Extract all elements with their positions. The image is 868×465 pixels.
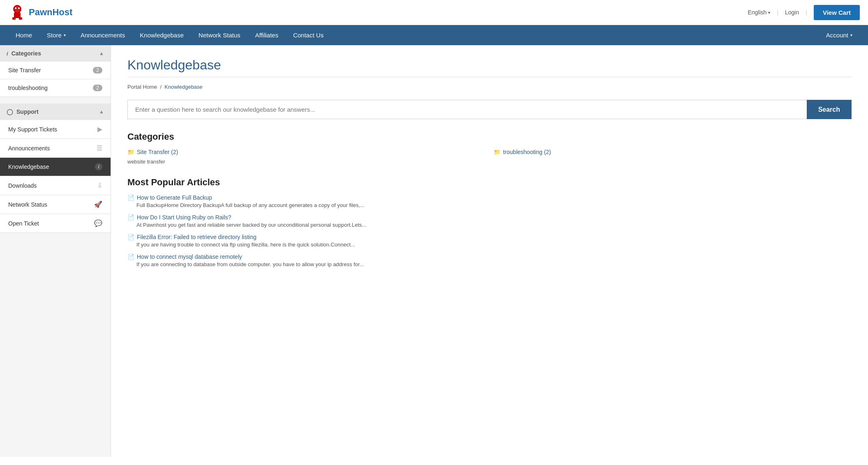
svg-point-6 [18,7,20,9]
categories-grid: 📁 Site Transfer (2) 📁 troubleshooting (2… [127,149,852,155]
sidebar-support-header: ◯ Support ▲ [0,104,111,120]
sidebar-category-troubleshooting[interactable]: troubleshooting 2 [0,79,111,97]
sidebar-categories-header: i Categories ▲ [0,45,111,62]
article-item-0: 📄 How to Generate Full Backup Full Backu… [127,194,852,208]
nav-affiliates[interactable]: Affiliates [248,25,286,45]
nav-contact-us[interactable]: Contact Us [286,25,331,45]
website-transfer-text: website transfer [127,159,852,165]
network-icon: 🚀 [94,200,102,208]
nav-announcements[interactable]: Announcements [73,25,132,45]
info-icon: i [7,51,8,57]
download-icon: ⇩ [97,182,102,189]
folder-icon: 📁 [127,149,134,155]
lang-chevron-icon: ▾ [768,10,770,15]
search-input[interactable] [127,100,807,119]
store-chevron-icon: ▾ [64,33,66,37]
article-link-1[interactable]: 📄 How Do I Start Using Ruby on Rails? [127,214,852,221]
category-troubleshooting[interactable]: 📁 troubleshooting (2) [494,149,852,155]
doc-icon-3: 📄 [127,253,134,260]
svg-rect-2 [14,12,21,18]
knowledgebase-info-icon: i [95,163,102,170]
nav-knowledgebase[interactable]: Knowledgebase [132,25,191,45]
svg-point-1 [15,6,20,12]
nav-home[interactable]: Home [8,25,39,45]
popular-articles-section: Most Popular Articles 📄 How to Generate … [127,177,852,267]
doc-icon-0: 📄 [127,194,134,201]
article-item-3: 📄 How to connect mysql database remotely… [127,253,852,267]
top-bar: PawnHost English ▾ | Login | View Cart [0,0,868,25]
view-cart-button[interactable]: View Cart [814,5,860,20]
article-item-2: 📄 Filezilla Error: Failed to retrieve di… [127,234,852,248]
article-item-1: 📄 How Do I Start Using Ruby on Rails? At… [127,214,852,228]
categories-collapse-icon[interactable]: ▲ [99,51,104,56]
title-divider [127,77,852,77]
article-desc-3: If you are connecting to database from o… [127,261,852,267]
article-desc-1: At Pawnhost you get fast and reliable se… [127,222,852,228]
sidebar-categories-section: i Categories ▲ Site Transfer 2 troublesh… [0,45,111,97]
logo-area[interactable]: PawnHost [8,3,72,21]
nav-right: Account ▾ [819,25,860,45]
logo-text: PawnHost [29,7,72,18]
sidebar-knowledgebase[interactable]: Knowledgebase i [0,158,111,176]
ticket-icon: ▶ [97,125,102,133]
svg-point-5 [15,7,16,9]
categories-title: Categories [127,131,852,142]
sidebar-downloads[interactable]: Downloads ⇩ [0,176,111,195]
breadcrumb-home[interactable]: Portal Home [127,84,157,90]
article-link-2[interactable]: 📄 Filezilla Error: Failed to retrieve di… [127,234,852,240]
top-right-actions: English ▾ | Login | View Cart [748,5,860,20]
nav-bar: Home Store ▾ Announcements Knowledgebase… [0,25,868,45]
main-layout: i Categories ▲ Site Transfer 2 troublesh… [0,45,868,457]
categories-section: Categories 📁 Site Transfer (2) 📁 trouble… [127,131,852,165]
svg-rect-3 [12,17,16,20]
sidebar-network-status[interactable]: Network Status 🚀 [0,195,111,214]
sidebar-my-support-tickets[interactable]: My Support Tickets ▶ [0,120,111,139]
chat-icon: 💬 [94,219,102,227]
troubleshooting-badge: 2 [93,85,102,91]
logo-icon [8,3,26,21]
nav-store[interactable]: Store ▾ [39,25,73,45]
article-desc-2: If you are having trouble to connect via… [127,242,852,248]
folder-icon-2: 📁 [494,149,501,155]
search-box: Search [127,100,852,119]
nav-left: Home Store ▾ Announcements Knowledgebase… [8,25,331,45]
article-desc-0: Full BackupHome Directory BackupA full b… [127,202,852,208]
sidebar-announcements[interactable]: Announcements ☰ [0,139,111,158]
search-button[interactable]: Search [807,100,852,119]
language-selector[interactable]: English ▾ [748,9,770,16]
breadcrumb-current: Knowledgebase [164,84,203,90]
article-link-3[interactable]: 📄 How to connect mysql database remotely [127,253,852,260]
category-site-transfer[interactable]: 📁 Site Transfer (2) [127,149,485,155]
content-area: Knowledgebase Portal Home / Knowledgebas… [111,45,868,457]
list-icon: ☰ [97,144,102,152]
page-title: Knowledgebase [127,58,852,73]
nav-network-status[interactable]: Network Status [191,25,248,45]
sidebar: i Categories ▲ Site Transfer 2 troublesh… [0,45,111,457]
doc-icon-2: 📄 [127,234,134,240]
sidebar-open-ticket[interactable]: Open Ticket 💬 [0,214,111,233]
doc-icon-1: 📄 [127,214,134,221]
login-link[interactable]: Login [785,9,799,16]
globe-icon: ◯ [7,108,13,115]
sidebar-category-site-transfer[interactable]: Site Transfer 2 [0,62,111,79]
article-link-0[interactable]: 📄 How to Generate Full Backup [127,194,852,201]
account-chevron-icon: ▾ [850,33,852,37]
sidebar-support-section: ◯ Support ▲ My Support Tickets ▶ Announc… [0,104,111,233]
support-collapse-icon[interactable]: ▲ [99,109,104,115]
site-transfer-badge: 2 [93,67,102,74]
nav-account[interactable]: Account ▾ [819,25,860,45]
svg-rect-4 [19,17,22,20]
popular-articles-title: Most Popular Articles [127,177,852,188]
breadcrumb: Portal Home / Knowledgebase [127,84,852,90]
